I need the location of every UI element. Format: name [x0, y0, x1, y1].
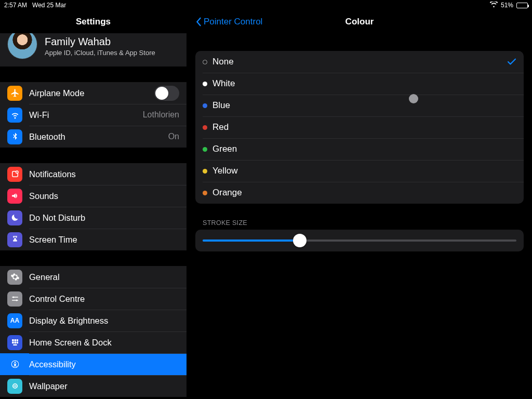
svg-rect-7 — [14, 339, 16, 341]
battery-pct: 51% — [501, 2, 513, 9]
profile-name: Family Wahab — [45, 36, 155, 48]
colour-label: None — [212, 57, 507, 67]
svg-rect-11 — [17, 342, 18, 344]
colour-label: Green — [212, 144, 516, 154]
stroke-size-slider[interactable] — [195, 230, 524, 251]
colour-swatch — [203, 103, 207, 108]
sidebar-item-screentime[interactable]: Screen Time — [0, 229, 187, 250]
moon-icon — [7, 210, 22, 225]
colour-swatch — [203, 147, 207, 152]
svg-rect-12 — [13, 344, 17, 345]
sidebar-item-wallpaper[interactable]: Wallpaper — [0, 375, 187, 397]
sidebar-item-bluetooth[interactable]: Bluetooth On — [0, 126, 187, 148]
status-bar: 2:57 AM Wed 25 Mar 51% — [0, 0, 532, 10]
wallpaper-icon — [7, 379, 22, 394]
bluetooth-icon — [7, 129, 22, 144]
sidebar-item-notifications[interactable]: Notifications — [0, 163, 187, 185]
sidebar-item-label: Do Not Disturb — [29, 213, 179, 223]
sidebar-item-label: Control Centre — [29, 294, 179, 304]
sidebar-item-controlcentre[interactable]: Control Centre — [0, 288, 187, 310]
profile-sub: Apple ID, iCloud, iTunes & App Store — [45, 49, 155, 57]
svg-rect-5 — [12, 300, 18, 301]
accessibility-icon — [7, 357, 22, 372]
sidebar-item-dnd[interactable]: Do Not Disturb — [0, 207, 187, 229]
sidebar-item-label: Airplane Mode — [29, 88, 154, 98]
colour-label: Blue — [212, 100, 516, 111]
sidebar-item-general[interactable]: General — [0, 266, 187, 288]
colour-swatch — [203, 60, 207, 64]
sidebar-item-label: Sounds — [29, 191, 179, 201]
svg-rect-8 — [17, 339, 18, 341]
svg-rect-9 — [12, 342, 14, 344]
wifi-icon — [490, 2, 498, 9]
svg-rect-6 — [12, 339, 14, 341]
svg-point-16 — [14, 385, 16, 387]
colour-option-orange[interactable]: Orange — [195, 182, 524, 204]
slider-track — [203, 240, 516, 242]
grid-icon — [7, 335, 22, 350]
sounds-icon — [7, 189, 22, 204]
colour-swatch — [203, 125, 207, 130]
detail-pane: Pointer Control Colour NoneWhiteBlueRedG… — [187, 10, 532, 399]
colour-label: White — [212, 78, 516, 89]
sidebar-item-accessibility[interactable]: Accessibility — [0, 353, 187, 375]
colour-swatch — [203, 169, 207, 174]
sidebar-item-label: Accessibility — [29, 360, 179, 369]
airplane-toggle[interactable] — [154, 86, 179, 101]
sidebar-item-display[interactable]: AA Display & Brightness — [0, 310, 187, 331]
sidebar-item-sounds[interactable]: Sounds — [0, 185, 187, 207]
wifi-settings-icon — [7, 108, 22, 123]
sliders-icon — [7, 291, 22, 307]
svg-rect-3 — [12, 297, 18, 298]
sidebar-item-label: Home Screen & Dock — [29, 338, 179, 348]
check-icon — [507, 58, 516, 65]
svg-point-14 — [14, 362, 16, 363]
sidebar-item-label: Wi-Fi — [29, 110, 143, 120]
stroke-size-label: STROKE SIZE — [203, 219, 524, 227]
avatar — [7, 33, 37, 59]
sidebar-item-label: General — [29, 272, 179, 282]
appleid-row[interactable]: Family Wahab Apple ID, iCloud, iTunes & … — [0, 33, 187, 66]
status-date: Wed 25 Mar — [32, 2, 66, 9]
gear-icon — [7, 270, 22, 285]
colour-swatch — [203, 82, 207, 86]
sidebar-title: Settings — [0, 10, 187, 33]
slider-fill — [203, 240, 300, 242]
colour-option-red[interactable]: Red — [195, 116, 524, 138]
text-size-icon: AA — [7, 313, 22, 328]
sidebar-item-label: Wallpaper — [29, 381, 179, 391]
sidebar-item-wifi[interactable]: Wi-Fi Lothlorien — [0, 104, 187, 126]
svg-rect-10 — [14, 342, 16, 344]
colour-swatch — [203, 191, 207, 195]
colour-option-green[interactable]: Green — [195, 138, 524, 160]
battery-icon — [516, 3, 528, 8]
svg-point-1 — [16, 171, 18, 174]
colour-option-white[interactable]: White — [195, 73, 524, 95]
colour-option-yellow[interactable]: Yellow — [195, 160, 524, 182]
sidebar-item-label: Screen Time — [29, 235, 179, 245]
status-time: 2:57 AM — [4, 2, 27, 9]
sidebar-item-label: Notifications — [29, 169, 179, 179]
sidebar-item-label: Bluetooth — [29, 132, 168, 142]
wifi-value: Lothlorien — [143, 110, 179, 119]
colour-label: Yellow — [212, 166, 516, 176]
colour-label: Red — [212, 122, 516, 132]
hourglass-icon — [7, 232, 22, 247]
back-label: Pointer Control — [204, 17, 262, 27]
sidebar-item-label: Display & Brightness — [29, 316, 179, 326]
colour-option-blue[interactable]: Blue — [195, 95, 524, 116]
colour-option-none[interactable]: None — [195, 51, 524, 73]
sidebar-item-homescreen[interactable]: Home Screen & Dock — [0, 331, 187, 353]
sidebar-item-airplane[interactable]: Airplane Mode — [0, 82, 187, 104]
slider-thumb[interactable] — [293, 234, 307, 247]
settings-sidebar: Settings Family Wahab Apple ID, iCloud, … — [0, 10, 187, 399]
notifications-icon — [7, 167, 22, 182]
back-button[interactable]: Pointer Control — [195, 17, 262, 27]
airplane-icon — [7, 86, 22, 101]
bluetooth-value: On — [168, 132, 179, 141]
chevron-left-icon — [195, 17, 202, 26]
colour-list: NoneWhiteBlueRedGreenYellowOrange — [195, 51, 524, 204]
colour-label: Orange — [212, 188, 516, 198]
